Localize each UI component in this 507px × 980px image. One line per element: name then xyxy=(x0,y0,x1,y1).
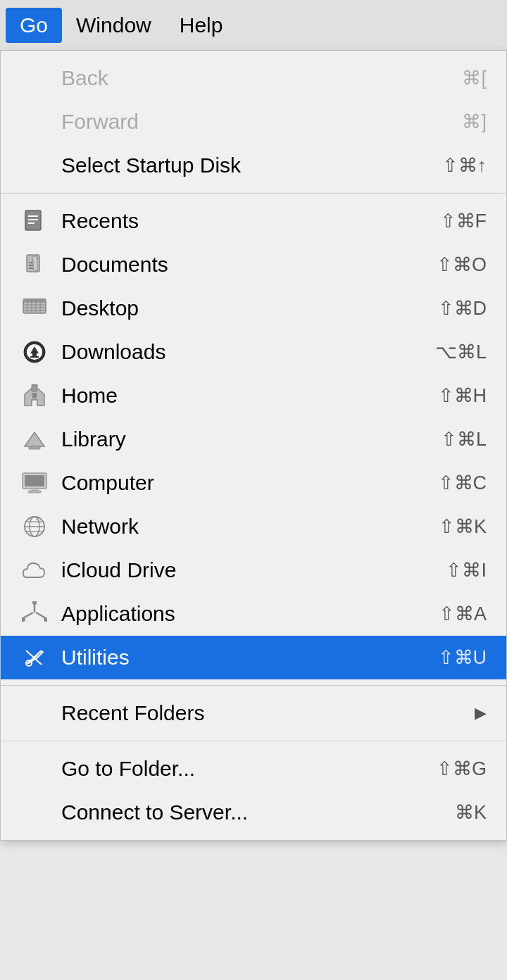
menu-item-applications[interactable]: Applications ⇧⌘A xyxy=(1,592,506,636)
menu-item-library[interactable]: Library ⇧⌘L xyxy=(1,417,506,461)
utilities-shortcut: ⇧⌘U xyxy=(438,646,487,669)
svg-rect-29 xyxy=(29,446,40,449)
svg-point-42 xyxy=(32,601,37,605)
applications-label: Applications xyxy=(61,602,175,626)
recents-label: Recents xyxy=(61,209,139,233)
menu-item-forward[interactable]: Forward ⌘] xyxy=(1,100,506,144)
desktop-icon xyxy=(20,294,49,322)
home-shortcut: ⇧⌘H xyxy=(438,384,487,407)
applications-shortcut: ⇧⌘A xyxy=(439,603,487,625)
forward-label: Forward xyxy=(61,110,139,134)
menu-item-computer[interactable]: Computer ⇧⌘C xyxy=(1,461,506,505)
menu-bar-help[interactable]: Help xyxy=(165,8,237,43)
library-shortcut: ⇧⌘L xyxy=(441,428,487,451)
menu-bar-window[interactable]: Window xyxy=(62,8,165,43)
menu-bar-go[interactable]: Go xyxy=(6,8,62,43)
section-navigation: Back ⌘[ Forward ⌘] Select Startup Disk ⇧… xyxy=(1,51,506,193)
downloads-icon xyxy=(20,338,49,366)
computer-label: Computer xyxy=(61,471,154,495)
recent-folders-label: Recent Folders xyxy=(61,701,204,725)
icloud-drive-label: iCloud Drive xyxy=(61,558,176,582)
documents-label: Documents xyxy=(61,253,168,277)
section-locations: Recents ⇧⌘F Documents ⇧⌘O xyxy=(1,193,506,685)
forward-shortcut: ⌘] xyxy=(462,111,487,133)
recents-icon xyxy=(20,207,49,235)
icloud-icon xyxy=(20,556,49,584)
menu-item-recents[interactable]: Recents ⇧⌘F xyxy=(1,199,506,243)
menu-item-network[interactable]: Network ⇧⌘K xyxy=(1,505,506,548)
go-to-folder-label: Go to Folder... xyxy=(61,757,195,781)
svg-line-41 xyxy=(36,612,46,618)
back-label: Back xyxy=(61,66,108,90)
connect-to-server-label: Connect to Server... xyxy=(61,800,248,824)
home-label: Home xyxy=(61,384,118,408)
home-icon xyxy=(20,382,49,410)
library-icon xyxy=(20,425,49,453)
menu-item-icloud-drive[interactable]: iCloud Drive ⇧⌘I xyxy=(1,548,506,592)
menu-item-home[interactable]: Home ⇧⌘H xyxy=(1,374,506,417)
svg-rect-11 xyxy=(23,299,46,302)
svg-rect-27 xyxy=(32,384,37,391)
menu-item-select-startup-disk[interactable]: Select Startup Disk ⇧⌘↑ xyxy=(1,144,506,187)
menu-item-connect-to-server[interactable]: Connect to Server... ⌘K xyxy=(1,791,506,834)
desktop-label: Desktop xyxy=(61,296,139,320)
computer-icon xyxy=(20,469,49,497)
menu-item-back[interactable]: Back ⌘[ xyxy=(1,56,506,100)
go-to-folder-shortcut: ⇧⌘G xyxy=(437,758,487,780)
back-shortcut: ⌘[ xyxy=(462,67,487,89)
documents-shortcut: ⇧⌘O xyxy=(437,253,487,276)
svg-rect-9 xyxy=(32,256,38,270)
svg-rect-25 xyxy=(30,356,39,358)
recent-folders-arrow: ▶ xyxy=(475,704,487,722)
computer-shortcut: ⇧⌘C xyxy=(438,472,487,494)
svg-rect-24 xyxy=(32,353,37,356)
section-recent-folders: Recent Folders ▶ xyxy=(1,685,506,741)
connect-to-server-shortcut: ⌘K xyxy=(455,801,487,824)
applications-icon xyxy=(20,600,49,628)
network-icon xyxy=(20,513,49,541)
icloud-drive-shortcut: ⇧⌘I xyxy=(446,559,487,582)
desktop-shortcut: ⇧⌘D xyxy=(438,297,487,320)
svg-rect-33 xyxy=(28,491,41,493)
documents-icon xyxy=(20,251,49,279)
svg-rect-31 xyxy=(25,475,44,486)
downloads-label: Downloads xyxy=(61,340,165,364)
go-menu-dropdown: Back ⌘[ Forward ⌘] Select Startup Disk ⇧… xyxy=(0,51,507,841)
utilities-icon xyxy=(20,643,49,672)
utilities-label: Utilities xyxy=(61,646,130,670)
network-label: Network xyxy=(61,515,139,539)
svg-rect-28 xyxy=(32,393,37,398)
network-shortcut: ⇧⌘K xyxy=(439,515,487,538)
menu-item-downloads[interactable]: Downloads ⌥⌘L xyxy=(1,330,506,374)
menu-item-utilities[interactable]: Utilities ⇧⌘U xyxy=(1,636,506,679)
menu-item-recent-folders[interactable]: Recent Folders ▶ xyxy=(1,691,506,735)
downloads-shortcut: ⌥⌘L xyxy=(435,341,487,363)
recents-shortcut: ⇧⌘F xyxy=(440,210,487,232)
select-startup-disk-label: Select Startup Disk xyxy=(61,153,241,177)
library-label: Library xyxy=(61,427,126,451)
menu-item-go-to-folder[interactable]: Go to Folder... ⇧⌘G xyxy=(1,747,506,791)
section-go-actions: Go to Folder... ⇧⌘G Connect to Server...… xyxy=(1,741,506,840)
menu-item-documents[interactable]: Documents ⇧⌘O xyxy=(1,243,506,287)
svg-line-40 xyxy=(23,612,33,618)
menu-bar: Go Window Help xyxy=(0,0,507,51)
select-startup-disk-shortcut: ⇧⌘↑ xyxy=(442,154,487,177)
menu-item-desktop[interactable]: Desktop ⇧⌘D xyxy=(1,287,506,330)
